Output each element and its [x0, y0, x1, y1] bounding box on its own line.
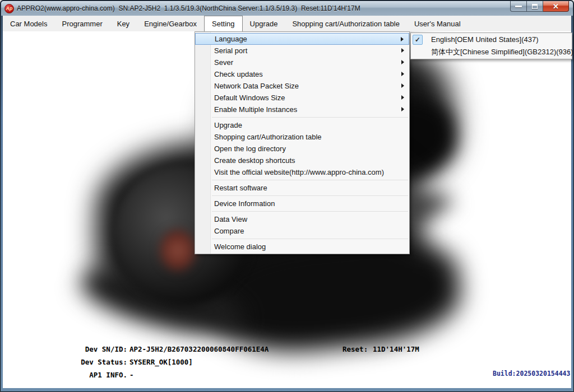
menu-item-serial-port[interactable]: Serial port: [195, 45, 409, 57]
build-number: Build:20250320154443: [493, 370, 570, 377]
menu-item-data-view[interactable]: Data View: [195, 213, 409, 225]
reset-value: 11D'14H'17M: [373, 345, 419, 353]
app-window: Ap APPRO2(www.appro-china.com) SN:AP2-J5…: [0, 0, 574, 392]
menu-separator: [212, 117, 408, 118]
menu-item-create-desktop-shortcuts[interactable]: Create desktop shortcuts: [195, 155, 409, 166]
submenu-arrow-icon: [401, 83, 404, 88]
menu-item-open-log-directory[interactable]: Open the log directory: [195, 143, 409, 155]
dev-sn-label: Dev SN/ID:: [38, 345, 127, 353]
menu-item-default-windows-size[interactable]: Default Windows Size: [195, 92, 409, 104]
language-submenu: ✓ English[OEM United States](437) 简体中文[C…: [410, 32, 572, 59]
menu-shopping-cart[interactable]: Shopping cart/Authorization table: [285, 16, 407, 31]
submenu-arrow-icon: [401, 107, 404, 111]
menu-setting[interactable]: Setting: [204, 16, 242, 31]
reset-label: Reset:: [342, 345, 368, 353]
dev-status-label: Dev Status:: [38, 358, 127, 366]
submenu-arrow-icon: [401, 72, 404, 76]
menu-upgrade[interactable]: Upgrade: [243, 16, 285, 31]
menu-item-label: Network Data Packet Size: [214, 82, 299, 90]
menu-separator: [212, 211, 408, 212]
menu-item-label: Enable Multiple Instances: [214, 105, 297, 114]
app-logo-icon: Ap: [4, 4, 14, 13]
menu-item-label: Language: [215, 35, 247, 43]
submenu-arrow-icon: [401, 60, 404, 64]
submenu-item-label: 简体中文[Chinese Simplified](GB2312)(936): [431, 48, 573, 56]
menu-item-check-updates[interactable]: Check updates: [195, 68, 409, 80]
menu-separator: [212, 239, 408, 239]
submenu-item-chinese[interactable]: 简体中文[Chinese Simplified](GB2312)(936): [411, 46, 572, 58]
title-bar[interactable]: Ap APPRO2(www.appro-china.com) SN:AP2-J5…: [1, 1, 573, 16]
minimize-icon: [515, 6, 522, 7]
menu-item-sever[interactable]: Sever: [195, 57, 409, 68]
setting-dropdown-menu: Language Serial port Sever Check updates…: [195, 31, 410, 254]
maximize-icon: [532, 4, 538, 9]
ap1-info-value: -: [129, 371, 134, 379]
close-icon: ✕: [553, 3, 559, 10]
menu-item-label: Serial port: [214, 46, 247, 55]
menu-key[interactable]: Key: [110, 16, 137, 31]
menu-bar: Car Models Programmer Key Engine/Gearbox…: [3, 16, 571, 31]
menu-item-label: Check updates: [214, 70, 263, 78]
menu-item-language[interactable]: Language: [195, 33, 409, 45]
submenu-arrow-icon: [401, 37, 404, 41]
menu-programmer[interactable]: Programmer: [54, 16, 109, 31]
menu-engine-gearbox[interactable]: Engine/Gearbox: [137, 16, 204, 31]
menu-item-welcome-dialog[interactable]: Welcome dialog: [195, 241, 409, 253]
dev-status-value: SYSERR_OK[1000]: [129, 358, 193, 366]
menu-car-models[interactable]: Car Models: [3, 16, 54, 31]
submenu-item-english[interactable]: ✓ English[OEM United States](437): [411, 34, 572, 46]
close-button[interactable]: ✕: [543, 1, 569, 12]
menu-item-label: Default Windows Size: [214, 94, 285, 102]
submenu-item-label: English[OEM United States](437): [431, 35, 538, 44]
menu-item-restart-software[interactable]: Restart software: [195, 182, 409, 194]
minimize-button[interactable]: [510, 1, 527, 12]
menu-users-manual[interactable]: User's Manual: [407, 16, 468, 31]
menu-separator: [212, 180, 408, 180]
maximize-button[interactable]: [527, 1, 543, 12]
menu-item-network-data-packet-size[interactable]: Network Data Packet Size: [195, 80, 409, 92]
menu-item-label: Sever: [214, 58, 233, 67]
submenu-arrow-icon: [401, 48, 404, 53]
window-controls: ✕: [510, 1, 569, 12]
menu-item-compare[interactable]: Compare: [195, 225, 409, 237]
window-title: APPRO2(www.appro-china.com) SN:AP2-J5H2 …: [17, 4, 360, 12]
menu-item-enable-multiple-instances[interactable]: Enable Multiple Instances: [195, 104, 409, 115]
menu-item-device-information[interactable]: Device Information: [195, 198, 409, 209]
checkmark-icon: ✓: [413, 35, 423, 45]
menu-separator: [212, 195, 408, 196]
dev-sn-value: AP2-J5H2/B267032200060840FF061E4A: [129, 345, 269, 353]
submenu-arrow-icon: [401, 95, 404, 100]
ap1-info-label: AP1 INFO.: [38, 371, 127, 379]
menu-item-shopping-cart[interactable]: Shopping cart/Authorization table: [195, 131, 409, 143]
menu-item-visit-official-website[interactable]: Visit the official website(http://www.ap…: [195, 166, 409, 178]
menu-item-upgrade[interactable]: Upgrade: [195, 119, 409, 131]
